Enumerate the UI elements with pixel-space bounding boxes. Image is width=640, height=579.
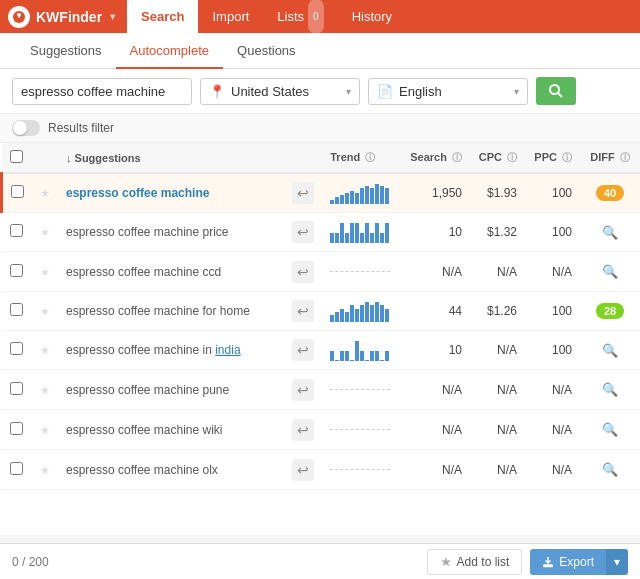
header-trend[interactable]: Trend ⓘ	[322, 143, 402, 173]
diff-search-icon[interactable]: 🔍	[602, 422, 618, 437]
brand-name: KWFinder	[36, 9, 102, 25]
row-checkbox[interactable]	[10, 342, 23, 355]
results-table: ↓ Suggestions Trend ⓘ Search ⓘ CPC ⓘ PPC	[0, 143, 640, 490]
select-all-checkbox[interactable]	[10, 150, 23, 163]
row-checkbox[interactable]	[10, 224, 23, 237]
diff-cell: 🔍	[580, 213, 640, 252]
cpc-cell: N/A	[470, 410, 525, 450]
keyword-input[interactable]	[21, 84, 183, 99]
table-row: ★espresso coffee machine in india↩10N/A1…	[2, 331, 641, 370]
add-keyword-button[interactable]: ↩	[292, 261, 314, 283]
cpc-cell: $1.32	[470, 213, 525, 252]
add-keyword-button[interactable]: ↩	[292, 419, 314, 441]
result-count: 0 / 200	[12, 555, 49, 569]
filter-toggle[interactable]	[12, 120, 40, 136]
diff-search-icon[interactable]: 🔍	[602, 343, 618, 358]
row-checkbox[interactable]	[10, 264, 23, 277]
trend-cell	[322, 370, 402, 410]
svg-point-1	[18, 13, 21, 16]
diff-cell: 🔍	[580, 450, 640, 490]
location-select[interactable]: 📍 United States ▾	[200, 78, 360, 105]
add-keyword-button[interactable]: ↩	[292, 459, 314, 481]
brand-dropdown-arrow[interactable]: ▾	[110, 11, 115, 22]
ppc-cell: N/A	[525, 252, 580, 292]
cpc-cell: N/A	[470, 370, 525, 410]
trend-cell	[322, 173, 402, 213]
add-keyword-cell: ↩	[284, 213, 322, 252]
add-keyword-button[interactable]: ↩	[292, 221, 314, 243]
keyword-text[interactable]: espresso coffee machine pune	[66, 383, 229, 397]
keyword-input-wrap[interactable]	[12, 78, 192, 105]
row-checkbox[interactable]	[11, 185, 24, 198]
ppc-cell: 100	[525, 292, 580, 331]
add-keyword-cell: ↩	[284, 331, 322, 370]
filter-label[interactable]: Results filter	[48, 121, 114, 135]
header-ppc[interactable]: PPC ⓘ	[525, 143, 580, 173]
add-to-list-button[interactable]: Add to list	[427, 549, 523, 575]
star-icon[interactable]: ★	[32, 213, 58, 252]
trend-cell	[322, 213, 402, 252]
diff-search-icon[interactable]: 🔍	[602, 382, 618, 397]
keyword-text[interactable]: espresso coffee machine ccd	[66, 265, 221, 279]
brand[interactable]: KWFinder ▾	[8, 6, 115, 28]
star-icon[interactable]: ★	[32, 331, 58, 370]
keyword-text[interactable]: espresso coffee machine in india	[66, 343, 241, 357]
keyword-cell: espresso coffee machine pune	[58, 370, 284, 410]
cpc-info-icon: ⓘ	[507, 152, 517, 163]
sub-tab-questions[interactable]: Questions	[223, 33, 310, 69]
add-keyword-button[interactable]: ↩	[292, 339, 314, 361]
table-row: ★espresso coffee machine price↩10$1.3210…	[2, 213, 641, 252]
export-dropdown-button[interactable]: ▾	[606, 549, 628, 575]
top-nav: KWFinder ▾ Search Import Lists 0 History	[0, 0, 640, 33]
table-row: ★espresso coffee machine ccd↩N/AN/AN/A🔍	[2, 252, 641, 292]
header-add	[284, 143, 322, 173]
star-icon[interactable]: ★	[32, 173, 58, 213]
header-suggestions[interactable]: ↓ Suggestions	[58, 143, 284, 173]
header-diff[interactable]: DIFF ⓘ	[580, 143, 640, 173]
search-info-icon: ⓘ	[452, 152, 462, 163]
row-checkbox[interactable]	[10, 462, 23, 475]
add-keyword-cell: ↩	[284, 410, 322, 450]
star-icon[interactable]: ★	[32, 450, 58, 490]
star-icon[interactable]: ★	[32, 410, 58, 450]
add-keyword-button[interactable]: ↩	[292, 300, 314, 322]
keyword-text[interactable]: espresso coffee machine olx	[66, 463, 218, 477]
star-icon[interactable]: ★	[32, 252, 58, 292]
add-keyword-button[interactable]: ↩	[292, 379, 314, 401]
add-keyword-button[interactable]: ↩	[292, 182, 314, 204]
row-checkbox[interactable]	[10, 422, 23, 435]
language-select[interactable]: 📄 English ▾	[368, 78, 528, 105]
sub-tab-autocomplete[interactable]: Autocomplete	[116, 33, 224, 69]
diff-cell: 🔍	[580, 331, 640, 370]
diff-search-icon[interactable]: 🔍	[602, 462, 618, 477]
nav-tab-import[interactable]: Import	[198, 0, 263, 33]
export-button[interactable]: Export	[530, 549, 606, 575]
star-icon[interactable]: ★	[32, 370, 58, 410]
keyword-cell: espresso coffee machine olx	[58, 450, 284, 490]
row-checkbox[interactable]	[10, 303, 23, 316]
keyword-cell: espresso coffee machine ccd	[58, 252, 284, 292]
keyword-text[interactable]: espresso coffee machine price	[66, 225, 229, 239]
nav-tab-search[interactable]: Search	[127, 0, 198, 33]
header-checkbox[interactable]	[2, 143, 33, 173]
add-keyword-cell: ↩	[284, 173, 322, 213]
header-search[interactable]: Search ⓘ	[402, 143, 470, 173]
diff-search-icon[interactable]: 🔍	[602, 264, 618, 279]
nav-tab-history[interactable]: History	[338, 0, 406, 33]
language-icon: 📄	[377, 84, 393, 99]
sub-tab-suggestions[interactable]: Suggestions	[16, 33, 116, 69]
search-button[interactable]	[536, 77, 576, 105]
trend-cell	[322, 292, 402, 331]
ppc-cell: N/A	[525, 450, 580, 490]
cpc-cell: $1.26	[470, 292, 525, 331]
keyword-text[interactable]: espresso coffee machine wiki	[66, 423, 223, 437]
keyword-link[interactable]: espresso coffee machine	[66, 186, 209, 200]
keyword-text[interactable]: espresso coffee machine for home	[66, 304, 250, 318]
header-cpc[interactable]: CPC ⓘ	[470, 143, 525, 173]
row-checkbox[interactable]	[10, 382, 23, 395]
star-icon[interactable]: ★	[32, 292, 58, 331]
nav-tab-lists[interactable]: Lists 0	[263, 0, 337, 33]
search-volume-cell: N/A	[402, 410, 470, 450]
filter-bar: Results filter	[0, 114, 640, 143]
diff-search-icon[interactable]: 🔍	[602, 225, 618, 240]
